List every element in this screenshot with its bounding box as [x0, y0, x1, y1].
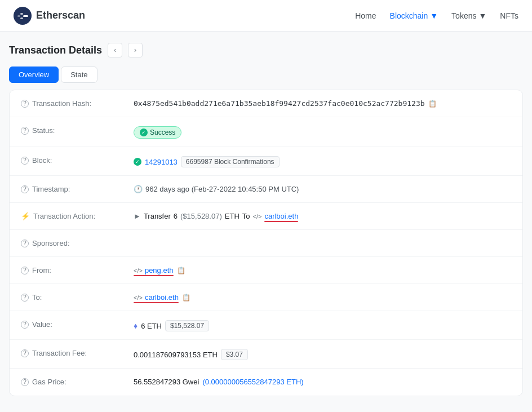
fee-content: 0.001187609793153 ETH $3.07 — [134, 348, 511, 360]
gas-label: ? Gas Price: — [21, 376, 134, 386]
block-number-link[interactable]: 14291013 — [145, 158, 178, 166]
value-usd-badge: $15,528.07 — [165, 320, 209, 331]
red-underline — [134, 275, 174, 276]
row-fee: ? Transaction Fee: 0.001187609793153 ETH… — [10, 340, 522, 369]
info-icon: ? — [21, 157, 29, 165]
tx-hash-text: 0x4875ed541b0add271e6a71b35aeb18f99427cd… — [134, 99, 425, 108]
next-arrow-button[interactable]: › — [128, 43, 143, 57]
lightning-icon: ⚡ — [21, 212, 30, 220]
action-arrow-icon: ► — [134, 212, 141, 220]
nav-nfts[interactable]: NFTs — [500, 11, 518, 20]
info-icon: ? — [21, 127, 29, 135]
navbar: Etherscan Home Blockchain ▼ Tokens ▼ NFT… — [0, 0, 532, 32]
row-block: ? Block: ✓ 14291013 6695987 Block Confir… — [10, 147, 522, 176]
tx-hash-label: ? Transaction Hash: — [21, 98, 134, 108]
tabs-row: Overview State — [9, 67, 523, 83]
brand-name: Etherscan — [36, 10, 85, 21]
red-underline — [264, 221, 298, 222]
chevron-down-icon: ▼ — [478, 11, 486, 20]
action-content: ► Transfer 6 ($15,528.07) ETH To </> car… — [134, 212, 298, 220]
chevron-down-icon: ▼ — [430, 11, 438, 20]
status-badge: Success — [134, 126, 181, 139]
svg-point-0 — [14, 7, 32, 25]
nav-links: Home Blockchain ▼ Tokens ▼ NFTs — [355, 11, 518, 20]
block-label: ? Block: — [21, 155, 134, 165]
red-underline — [134, 302, 179, 303]
row-gas: ? Gas Price: 56.552847293 Gwei (0.000000… — [10, 369, 522, 396]
gas-content: 56.552847293 Gwei (0.000000056552847293 … — [134, 376, 511, 386]
row-from: ? From: </> peng.eth 📋 — [10, 257, 522, 284]
timestamp-value: 🕐 962 days ago (Feb-27-2022 10:45:50 PM … — [134, 184, 511, 193]
row-sponsored: ? Sponsored: — [10, 230, 522, 257]
contract-icon: </> — [253, 213, 262, 220]
eth-amount: 6 ETH — [141, 322, 162, 330]
info-icon: ? — [21, 240, 29, 247]
fee-label: ? Transaction Fee: — [21, 348, 134, 357]
to-contract-icon: </> — [134, 294, 143, 301]
copy-icon[interactable]: 📋 — [177, 267, 185, 274]
value-content: ♦ 6 ETH $15,528.07 — [134, 319, 511, 331]
row-value: ? Value: ♦ 6 ETH $15,528.07 — [10, 311, 522, 340]
nav-home[interactable]: Home — [355, 11, 376, 20]
page-header: Transaction Details ‹ › — [9, 43, 523, 57]
nav-tokens[interactable]: Tokens ▼ — [451, 11, 486, 20]
copy-icon[interactable]: 📋 — [428, 100, 437, 108]
action-amount: 6 — [174, 212, 178, 220]
info-icon: ? — [21, 100, 29, 108]
status-value: Success — [134, 125, 511, 139]
to-value: </> carlboi.eth 📋 — [134, 292, 511, 302]
row-action: ⚡ Transaction Action: ► Transfer 6 ($15,… — [10, 203, 522, 230]
action-currency: ETH — [225, 212, 240, 220]
page-title: Transaction Details — [9, 45, 102, 56]
action-transfer-label: Transfer — [144, 212, 171, 220]
nav-blockchain[interactable]: Blockchain ▼ — [390, 11, 438, 20]
etherscan-logo-icon — [14, 7, 32, 25]
sponsored-label: ? Sponsored: — [21, 238, 134, 247]
row-status: ? Status: Success — [10, 117, 522, 147]
info-icon: ? — [21, 185, 29, 193]
row-tx-hash: ? Transaction Hash: 0x4875ed541b0add271e… — [10, 90, 522, 117]
page-container: Transaction Details ‹ › Overview State ?… — [0, 32, 532, 407]
info-icon: ? — [21, 294, 29, 302]
status-label: ? Status: — [21, 125, 134, 135]
from-contract-icon: </> — [134, 267, 143, 274]
fee-eth: 0.001187609793153 ETH — [134, 351, 218, 359]
value-label: ? Value: — [21, 319, 134, 329]
action-to-link[interactable]: carlboi.eth — [264, 212, 298, 220]
from-label: ? From: — [21, 265, 134, 274]
clock-icon: 🕐 — [134, 185, 143, 193]
tab-state[interactable]: State — [61, 67, 97, 83]
timestamp-label: ? Timestamp: — [21, 184, 134, 193]
block-value: ✓ 14291013 6695987 Block Confirmations — [134, 155, 511, 167]
tab-overview[interactable]: Overview — [9, 67, 59, 83]
to-address-link[interactable]: </> carlboi.eth — [134, 293, 179, 302]
copy-icon[interactable]: 📋 — [182, 294, 190, 302]
gas-eth: (0.000000056552847293 ETH) — [202, 378, 303, 386]
sponsored-value — [134, 238, 511, 239]
detail-card: ? Transaction Hash: 0x4875ed541b0add271e… — [9, 90, 523, 396]
gas-gwei: 56.552847293 Gwei — [134, 378, 199, 386]
from-address-link[interactable]: </> peng.eth — [134, 266, 174, 274]
tx-hash-value: 0x4875ed541b0add271e6a71b35aeb18f99427cd… — [134, 98, 511, 108]
prev-arrow-button[interactable]: ‹ — [108, 43, 122, 57]
info-icon: ? — [21, 378, 29, 386]
fee-usd-badge: $3.07 — [221, 349, 248, 360]
to-label: ? To: — [21, 292, 134, 302]
info-icon: ? — [21, 349, 29, 357]
action-value: ► Transfer 6 ($15,528.07) ETH To </> car… — [134, 211, 511, 220]
row-timestamp: ? Timestamp: 🕐 962 days ago (Feb-27-2022… — [10, 176, 522, 203]
info-icon: ? — [21, 321, 29, 329]
from-value: </> peng.eth 📋 — [134, 265, 511, 274]
block-confirmed-icon: ✓ — [134, 158, 141, 166]
brand-logo-area[interactable]: Etherscan — [14, 7, 85, 25]
info-icon: ? — [21, 267, 29, 274]
confirmations-badge: 6695987 Block Confirmations — [181, 156, 280, 167]
row-to: ? To: </> carlboi.eth 📋 — [10, 284, 522, 311]
eth-icon: ♦ — [134, 321, 138, 330]
action-label: ⚡ Transaction Action: — [21, 211, 134, 220]
action-preposition: To — [242, 212, 250, 220]
action-usd: ($15,528.07) — [180, 212, 222, 220]
